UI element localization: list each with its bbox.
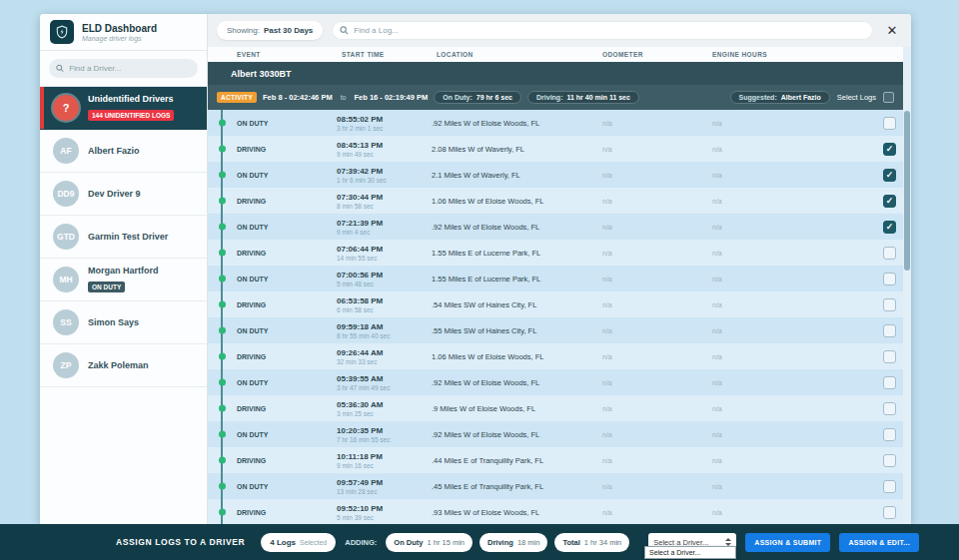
app-window: ELD Dashboard Manage driver logs ? Unide…	[40, 14, 911, 524]
timeline-cell	[208, 188, 232, 214]
event-duration: 9 min 4 sec	[337, 229, 432, 236]
event-type: DRIVING	[232, 250, 337, 257]
log-select-checkbox[interactable]	[883, 376, 896, 389]
scrollbar-thumb[interactable]	[904, 111, 910, 271]
driver-list-item[interactable]: DD9 Dev Driver 9	[40, 173, 207, 216]
log-panel: Showing: Past 30 Days ✕ EVENT START TIME…	[208, 14, 911, 524]
log-select-checkbox[interactable]	[883, 506, 896, 519]
start-time: 05:39:55 AM	[337, 374, 432, 383]
event-type: ON DUTY	[232, 224, 337, 231]
driver-name: Garmin Test Driver	[88, 232, 168, 242]
date-range-filter[interactable]: Showing: Past 30 Days	[217, 21, 323, 40]
total-pill-label: Total	[562, 538, 579, 547]
log-select-checkbox[interactable]	[883, 143, 896, 156]
engine-hours-value: n/a	[707, 327, 847, 334]
event-location: .54 Miles SW of Haines City, FL	[432, 300, 597, 309]
event-location: .45 Miles E of Tranquility Park, FL	[432, 482, 597, 491]
log-select-checkbox[interactable]	[883, 454, 896, 467]
odometer-value: n/a	[597, 276, 707, 282]
log-select-checkbox[interactable]	[883, 350, 896, 363]
start-time: 08:55:02 PM	[337, 115, 432, 124]
start-time-cell: 10:20:35 PM 7 hr 16 min 55 sec	[337, 426, 432, 443]
checkbox-cell	[847, 506, 903, 519]
event-dot-icon	[219, 353, 226, 360]
log-search-input[interactable]	[354, 26, 865, 35]
log-row: DRIVING 05:36:30 AM 3 min 25 sec .9 Mile…	[208, 395, 903, 421]
odometer-value: n/a	[597, 146, 707, 153]
log-row: ON DUTY 10:20:35 PM 7 hr 16 min 55 sec .…	[208, 421, 903, 447]
column-location: LOCATION	[432, 51, 597, 58]
engine-hours-value: n/a	[707, 120, 847, 127]
driver-avatar: DD9	[53, 181, 79, 207]
driver-info: Morgan Hartford ON DUTY	[88, 266, 159, 293]
checkbox-cell	[847, 247, 903, 260]
log-select-checkbox[interactable]	[883, 298, 896, 311]
timeline-cell	[208, 136, 232, 162]
engine-hours-value: n/a	[707, 483, 847, 490]
driver-info: Unidentified Drivers 144 UNIDENTIFIED LO…	[88, 94, 174, 122]
log-select-checkbox[interactable]	[883, 247, 896, 260]
event-location: .9 Miles W of Eloise Woods, FL	[432, 404, 597, 413]
assign-submit-button[interactable]: ASSIGN & SUBMIT	[745, 533, 830, 552]
event-type: ON DUTY	[232, 120, 337, 127]
log-select-checkbox[interactable]	[883, 402, 896, 415]
timeline-cell	[208, 369, 232, 395]
duty-status-badge: ON DUTY	[88, 281, 125, 292]
assign-edit-button[interactable]: ASSIGN & EDIT...	[839, 533, 919, 552]
start-time: 07:30:44 PM	[337, 193, 432, 202]
log-select-checkbox[interactable]	[883, 428, 896, 441]
log-select-checkbox[interactable]	[883, 480, 896, 493]
driver-list-item[interactable]: ? Unidentified Drivers 144 UNIDENTIFIED …	[40, 87, 207, 130]
log-select-checkbox[interactable]	[883, 169, 896, 182]
event-duration: 8 hr 55 min 40 sec	[337, 332, 432, 339]
timeline-cell	[208, 317, 232, 343]
timeline-cell	[208, 447, 232, 473]
driver-list-item[interactable]: MH Morgan Hartford ON DUTY	[40, 259, 207, 301]
event-dot-icon	[219, 224, 226, 231]
event-type: DRIVING	[232, 457, 337, 464]
total-pill: Driving 18 min	[480, 533, 547, 552]
driver-avatar: ?	[53, 95, 79, 121]
event-location: .93 Miles W of Eloise Woods, FL	[432, 508, 597, 517]
event-duration: 8 min 58 sec	[337, 203, 432, 210]
engine-hours-value: n/a	[707, 431, 847, 438]
checkbox-cell	[847, 298, 903, 311]
start-time: 09:59:18 AM	[337, 322, 432, 331]
activity-to: to	[339, 94, 349, 101]
log-select-checkbox[interactable]	[883, 273, 896, 285]
checkbox-cell	[847, 376, 903, 389]
driver-list-item[interactable]: AF Albert Fazio	[40, 130, 207, 173]
activity-right-controls: Suggested: Albert Fazio Select Logs	[730, 91, 894, 104]
start-time: 09:57:49 PM	[337, 478, 432, 487]
total-pill-label: On Duty	[394, 538, 423, 547]
driver-search-input[interactable]	[69, 64, 191, 73]
log-select-checkbox[interactable]	[883, 117, 896, 130]
checkbox-cell	[847, 143, 903, 156]
activity-end: Feb 16 - 02:19:49 PM	[354, 93, 428, 102]
event-duration: 5 min 48 sec	[337, 280, 432, 287]
event-duration: 9 min 49 sec	[337, 151, 432, 158]
driver-list-item[interactable]: ZP Zakk Poleman	[40, 344, 207, 387]
log-select-checkbox[interactable]	[883, 324, 896, 337]
log-search[interactable]	[332, 21, 873, 40]
driver-list-item[interactable]: SS Simon Says	[40, 301, 207, 344]
select-all-logs-checkbox[interactable]	[883, 92, 894, 103]
checkbox-cell	[847, 454, 903, 467]
assign-footer-bar: ASSIGN LOGS TO A DRIVER 4 Logs Selected …	[0, 524, 959, 560]
checkbox-cell	[847, 428, 903, 441]
event-dot-icon	[219, 120, 226, 127]
driver-list-item[interactable]: GTD Garmin Test Driver	[40, 216, 207, 259]
driver-search[interactable]	[49, 59, 198, 78]
close-icon[interactable]: ✕	[882, 21, 902, 41]
log-select-checkbox[interactable]	[883, 221, 896, 234]
suggested-driver-pill[interactable]: Suggested: Albert Fazio	[730, 91, 830, 104]
start-time-cell: 08:45:13 PM 9 min 49 sec	[337, 141, 432, 158]
activity-start: Feb 8 - 02:42:46 PM	[263, 93, 333, 102]
engine-hours-value: n/a	[707, 198, 847, 205]
driver-select-dropdown-option[interactable]: Select a Driver...	[644, 546, 736, 559]
event-location: 1.55 Miles E of Lucerne Park, FL	[432, 249, 597, 258]
driver-info: Albert Fazio	[88, 146, 140, 156]
start-time: 07:21:39 PM	[337, 219, 432, 228]
log-select-checkbox[interactable]	[883, 195, 896, 208]
app-subtitle: Manage driver logs	[82, 35, 157, 42]
